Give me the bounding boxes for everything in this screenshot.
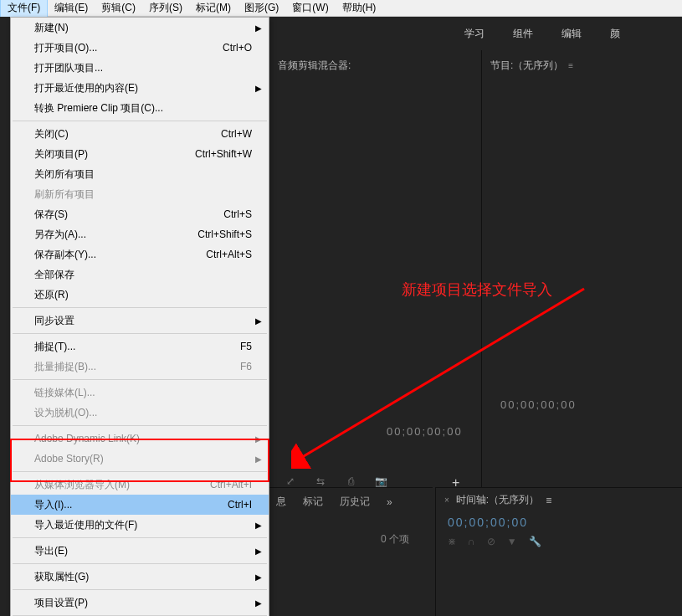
menu-序列[interactable]: 序列(S)	[142, 0, 189, 17]
menu-item[interactable]: 转换 Premiere Clip 项目(C)...	[11, 98, 269, 118]
menu-item: 链接媒体(L)...	[11, 382, 269, 403]
menu-item-label: Adobe Story(R)	[34, 453, 252, 465]
panel-tab[interactable]: 历史记	[340, 495, 370, 509]
menu-窗口[interactable]: 窗口(W)	[285, 0, 335, 17]
menu-shortcut: Ctrl+Alt+S	[206, 249, 252, 260]
menu-item[interactable]: 另存为(A)...Ctrl+Shift+S	[11, 224, 269, 244]
submenu-arrow-icon: ▶	[255, 521, 262, 530]
file-menu-dropdown: 新建(N)▶打开项目(O)...Ctrl+O打开团队项目...打开最近使用的内容…	[10, 17, 269, 616]
menu-item[interactable]: 获取属性(G)▶	[11, 567, 269, 587]
program-panel-title: 节目:（无序列） ≡	[482, 50, 682, 81]
overflow-icon[interactable]: »	[387, 496, 392, 508]
menu-item[interactable]: 新建(N)▶	[11, 18, 269, 38]
menu-item-label: 从媒体浏览器导入(M)	[34, 478, 210, 492]
workspace-tab[interactable]: 颜	[610, 27, 620, 41]
menu-item-label: 关闭项目(P)	[34, 147, 195, 162]
menu-item[interactable]: 保存(S)Ctrl+S	[11, 204, 269, 224]
submenu-arrow-icon: ▶	[255, 547, 262, 556]
close-icon[interactable]: ×	[444, 495, 449, 505]
source-timecode: 00;00;00;00	[387, 425, 463, 438]
menu-item-label: 获取属性(G)	[34, 570, 252, 584]
menu-item-label: 导入最近使用的文件(F)	[34, 518, 252, 532]
menu-编辑[interactable]: 编辑(E)	[48, 0, 95, 17]
menu-item[interactable]: 打开项目(O)...Ctrl+O	[11, 38, 269, 58]
panel-tab[interactable]: 标记	[303, 495, 323, 509]
print-icon[interactable]: ⎙	[343, 475, 358, 487]
swap-icon[interactable]: ⇆	[313, 475, 328, 487]
menu-separator	[13, 307, 267, 308]
menu-shortcut: Ctrl+Shift+S	[197, 228, 252, 240]
menu-item[interactable]: 导入最近使用的文件(F)▶	[11, 515, 269, 535]
menu-item: 刷新所有项目	[11, 184, 269, 204]
menu-shortcut: Ctrl+S	[223, 208, 252, 220]
menu-shortcut: F6	[240, 361, 252, 372]
crop-icon[interactable]: ⤢	[283, 475, 298, 487]
menu-item-label: 导入(I)...	[34, 498, 228, 512]
menu-item[interactable]: 保存副本(Y)...Ctrl+Alt+S	[11, 244, 269, 264]
menu-帮助[interactable]: 帮助(H)	[336, 0, 383, 17]
menu-item[interactable]: 还原(R)	[11, 285, 269, 305]
menu-item: 批量捕捉(B)...F6	[11, 357, 269, 377]
annotation-text: 新建项目选择文件导入	[402, 280, 552, 300]
menu-separator	[13, 121, 267, 121]
menu-item[interactable]: 捕捉(T)...F5	[11, 336, 269, 357]
menu-item[interactable]: 全部保存	[11, 264, 269, 285]
menu-shortcut: F5	[240, 341, 252, 352]
program-panel: 节目:（无序列） ≡	[481, 50, 682, 502]
program-timecode: 00;00;00;00	[500, 398, 577, 411]
menu-shortcut: Ctrl+Alt+I	[210, 479, 252, 490]
snap-icon[interactable]: ⋇	[448, 536, 456, 547]
menu-item[interactable]: 关闭所有项目	[11, 164, 269, 184]
menu-item-label: Adobe Dynamic Link(K)	[34, 433, 252, 444]
marker-icon[interactable]: ▼	[507, 536, 517, 547]
menu-item: Adobe Dynamic Link(K)▶	[11, 429, 269, 449]
menu-separator	[13, 537, 267, 538]
menu-item[interactable]: 打开最近使用的内容(E)▶	[11, 78, 269, 98]
menu-item-label: 捕捉(T)...	[34, 340, 240, 354]
item-count: 0 个项	[381, 532, 409, 547]
menu-文件[interactable]: 文件(F)	[0, 0, 48, 18]
menu-item-label: 打开项目(O)...	[34, 41, 223, 55]
workspace-tab[interactable]: 组件	[513, 27, 533, 41]
menu-item[interactable]: 项目设置(P)▶	[11, 593, 269, 613]
menu-separator	[13, 425, 267, 426]
menu-item-label: 转换 Premiere Clip 项目(C)...	[34, 101, 252, 116]
menu-item[interactable]: 打开团队项目...	[11, 58, 269, 78]
panel-tab[interactable]: 息	[276, 495, 286, 509]
workspace-tab[interactable]: 学习	[464, 27, 485, 41]
workspace-tab[interactable]: 编辑	[561, 27, 582, 41]
menu-item-label: 打开最近使用的内容(E)	[34, 81, 252, 95]
menu-标记[interactable]: 标记(M)	[189, 0, 238, 17]
hamburger-icon[interactable]: ≡	[568, 61, 578, 70]
menu-shortcut: Ctrl+I	[228, 499, 252, 511]
timeline-panel: × 时间轴:（无序列） ≡ 00;00;00;00 ⋇ ∩ ⊘ ▼ 🔧	[435, 487, 682, 616]
submenu-arrow-icon: ▶	[255, 23, 262, 33]
submenu-arrow-icon: ▶	[255, 84, 262, 93]
menu-图形[interactable]: 图形(G)	[238, 0, 285, 17]
menu-item[interactable]: 同步设置▶	[11, 311, 269, 331]
menu-item[interactable]: 导出(E)▶	[11, 541, 269, 561]
menu-item: Adobe Story(R)▶	[11, 449, 269, 469]
submenu-arrow-icon: ▶	[255, 598, 262, 608]
menu-item-label: 同步设置	[34, 314, 252, 328]
markers-tabs: 息标记历史记»	[269, 488, 433, 516]
menu-separator	[13, 333, 267, 334]
timeline-title-text: 时间轴:（无序列）	[456, 493, 539, 507]
menu-separator	[13, 589, 267, 590]
hamburger-icon[interactable]: ≡	[546, 495, 551, 506]
source-panel-title: 音频剪辑混合器:	[269, 50, 479, 81]
menu-item[interactable]: 导入(I)...Ctrl+I	[11, 495, 269, 515]
submenu-arrow-icon: ▶	[255, 316, 262, 326]
menu-item: 从媒体浏览器导入(M)Ctrl+Alt+I	[11, 475, 269, 495]
submenu-arrow-icon: ▶	[255, 454, 262, 464]
menu-剪辑[interactable]: 剪辑(C)	[95, 0, 142, 17]
wrench-icon[interactable]: 🔧	[529, 536, 541, 547]
menu-item-label: 另存为(A)...	[34, 228, 197, 242]
magnet-icon[interactable]: ∩	[468, 536, 475, 547]
menu-shortcut: Ctrl+O	[223, 42, 252, 54]
link-icon[interactable]: ⊘	[487, 536, 495, 547]
menu-shortcut: Ctrl+W	[221, 128, 252, 140]
menu-item[interactable]: 关闭项目(P)Ctrl+Shift+W	[11, 144, 269, 164]
menu-item[interactable]: 关闭(C)Ctrl+W	[11, 124, 269, 144]
camera-icon[interactable]: 📷	[373, 475, 388, 487]
